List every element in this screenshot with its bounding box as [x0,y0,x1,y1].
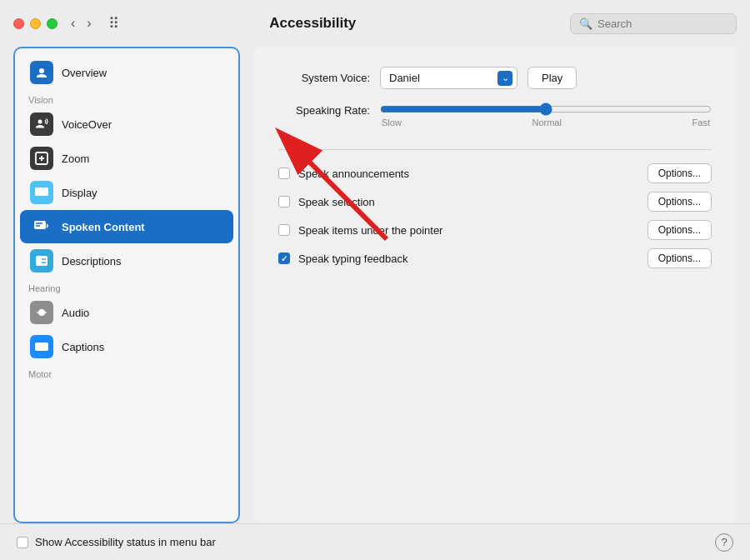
help-button[interactable]: ? [715,533,733,552]
traffic-lights [13,18,58,29]
zoom-icon [30,147,53,170]
sidebar-item-audio[interactable]: Audio [20,296,233,329]
motor-section-label: Motor [15,364,238,381]
maximize-button[interactable] [47,18,58,29]
sidebar-item-zoom[interactable]: Zoom [20,142,233,175]
sidebar-item-captions[interactable]: CC Captions [20,330,233,363]
slider-label-normal: Normal [532,118,561,128]
sidebar-item-label: Captions [62,341,104,353]
sidebar-item-label: Descriptions [62,255,122,268]
sidebar: Overview Vision VoiceOver Zoom [13,47,240,523]
speaking-rate-slider[interactable] [380,102,712,116]
bottom-bar: Show Accessibility status in menu bar ? [0,523,750,560]
search-box: 🔍 [570,13,737,34]
spoken-content-icon [30,215,53,238]
audio-icon [30,301,53,324]
sidebar-item-overview[interactable]: Overview [20,56,233,89]
play-button[interactable]: Play [528,67,577,89]
slider-labels: Slow Normal Fast [380,118,712,128]
slider-label-fast: Fast [692,118,710,128]
svg-point-0 [39,68,44,73]
overview-icon [30,61,53,84]
svg-line-16 [303,156,387,239]
checkbox-row-typing: Speak typing feedback Options... [278,248,712,268]
system-voice-label: System Voice: [278,72,370,84]
search-icon: 🔍 [579,18,592,30]
svg-rect-5 [35,188,48,196]
hearing-section-label: Hearing [15,278,238,295]
sidebar-item-voiceover[interactable]: VoiceOver [20,108,233,141]
sidebar-item-descriptions[interactable]: Descriptions [20,244,233,278]
show-status-checkbox[interactable] [17,537,28,548]
sidebar-item-label: Zoom [62,152,89,165]
window-title: Accessibility [66,15,560,32]
minimize-button[interactable] [30,18,41,29]
svg-text:CC: CC [37,344,45,350]
sidebar-item-label: Overview [62,67,107,79]
sidebar-item-label: Audio [62,307,89,319]
sidebar-item-display[interactable]: Display [20,176,233,209]
system-voice-row: System Voice: Daniel Alex Samantha Victo… [278,67,712,89]
titlebar: ‹ › ⠿ Accessibility 🔍 [0,0,750,47]
svg-point-8 [38,258,41,261]
search-input[interactable] [598,18,714,30]
speak-pointer-options-button[interactable]: Options... [648,220,712,240]
vision-section-label: Vision [15,90,238,107]
red-arrow-svg [262,110,428,243]
voice-select-wrapper: Daniel Alex Samantha Victoria Fred ⌄ [380,67,518,89]
display-icon [30,181,53,204]
checkbox-left: Speak typing feedback [278,252,408,265]
descriptions-icon [30,249,53,272]
svg-point-9 [38,262,41,264]
sidebar-item-label: VoiceOver [62,118,112,131]
right-panel: System Voice: Daniel Alex Samantha Victo… [253,47,737,523]
sidebar-item-spoken-content[interactable]: Spoken Content [20,210,233,243]
speak-selection-options-button[interactable]: Options... [648,192,712,212]
captions-icon: CC [30,335,53,358]
main-content: Overview Vision VoiceOver Zoom [0,47,750,523]
svg-rect-6 [34,221,46,229]
sidebar-item-label: Spoken Content [62,221,145,233]
close-button[interactable] [13,18,24,29]
show-status-row: Show Accessibility status in menu bar [17,536,216,548]
show-status-label: Show Accessibility status in menu bar [35,536,216,548]
svg-rect-7 [36,256,48,266]
speak-typing-options-button[interactable]: Options... [648,248,712,268]
speak-typing-label: Speak typing feedback [298,252,408,265]
speak-announcements-options-button[interactable]: Options... [648,163,712,183]
voiceover-icon [30,112,53,136]
slider-area: Slow Normal Fast [380,102,712,128]
speak-typing-checkbox[interactable] [278,252,290,264]
svg-point-1 [38,120,42,124]
voice-select[interactable]: Daniel Alex Samantha Victoria Fred [380,67,518,89]
sidebar-item-label: Display [62,187,98,199]
